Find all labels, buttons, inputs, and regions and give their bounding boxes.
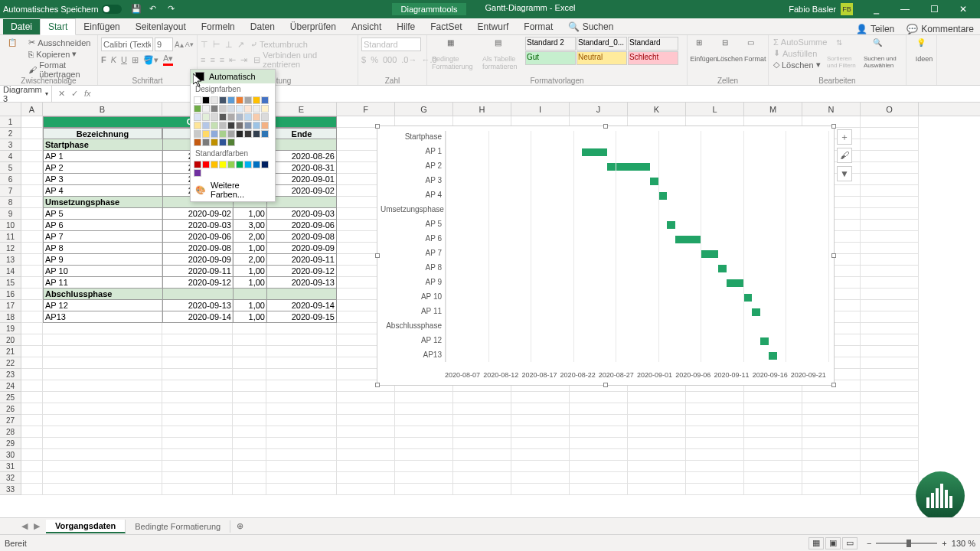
color-swatch[interactable] [253,113,260,121]
enter-formula-icon[interactable]: ✓ [71,89,78,99]
row-header[interactable]: 1 [0,116,21,128]
color-swatch[interactable] [244,113,252,121]
delete-cells-button[interactable]: ⊟Löschen [717,37,743,64]
gantt-bar[interactable] [760,337,769,345]
gantt-bar[interactable] [667,221,675,229]
row-header[interactable]: 5 [0,162,21,174]
gantt-bar[interactable] [701,250,717,258]
ideas-button[interactable]: 💡Ideen [910,37,939,64]
row-header[interactable]: 16 [0,289,21,300]
color-swatch[interactable] [236,161,243,168]
col-header[interactable]: J [570,103,628,116]
color-swatch[interactable] [219,96,227,104]
row-header[interactable]: 18 [0,311,21,323]
tab-formulas[interactable]: Formeln [194,19,243,34]
comments-button[interactable]: 💬 Kommentare [900,24,980,34]
color-swatch[interactable] [219,139,227,146]
row-header[interactable]: 9 [0,208,21,220]
gantt-bar[interactable] [743,294,752,302]
font-color-button[interactable]: A▾ [163,54,173,66]
tab-insert[interactable]: Einfügen [76,19,127,34]
cut-button[interactable]: ✂ Ausschneiden [27,37,94,48]
sort-filter-button[interactable]: ⇅Sortieren und Filtern [825,37,862,70]
color-swatch[interactable] [202,113,210,121]
zoom-slider[interactable] [876,543,937,544]
resize-handle[interactable] [831,124,836,129]
row-header[interactable]: 14 [0,266,21,277]
row-header[interactable]: 23 [0,369,21,380]
bold-button[interactable]: F [101,55,106,64]
col-header[interactable]: L [686,103,744,116]
color-swatch[interactable] [227,130,235,138]
row-header[interactable]: 3 [0,139,21,151]
sheet-tab-active[interactable]: Vorgangsdaten [46,520,126,533]
color-swatch[interactable] [261,130,269,138]
tab-factset[interactable]: FactSet [423,19,469,34]
color-swatch[interactable] [253,161,260,168]
color-swatch[interactable] [194,130,201,138]
gantt-bar[interactable] [727,279,743,287]
color-swatch[interactable] [227,161,235,168]
color-swatch[interactable] [211,113,218,121]
row-header[interactable]: 26 [0,403,21,415]
color-swatch[interactable] [202,96,210,104]
chart-filter-button[interactable]: ▼ [837,166,852,181]
color-swatch[interactable] [244,122,252,129]
color-swatch[interactable] [219,130,227,138]
color-swatch[interactable] [227,122,235,129]
copy-button[interactable]: ⎘ Kopieren ▾ [27,48,94,60]
increase-decimal-icon[interactable]: .0→ [401,55,416,64]
align-left-icon[interactable]: ≡ [201,55,205,64]
color-swatch[interactable] [194,169,201,177]
color-swatch[interactable] [202,161,210,168]
wrap-text-button[interactable]: ⤶ Textumbruch [249,39,309,51]
style-bad[interactable]: Schlecht [628,51,678,65]
maximize-button[interactable]: ☐ [920,0,948,18]
tab-data[interactable]: Daten [243,19,283,34]
orientation-icon[interactable]: ↗ [237,40,244,50]
fill-color-button[interactable]: 🪣▾ [143,55,158,65]
color-swatch[interactable] [194,96,201,104]
indent-decrease-icon[interactable]: ⇤ [229,55,236,65]
align-bottom-icon[interactable]: ⊥ [225,40,233,50]
decrease-font-icon[interactable]: A▾ [185,41,194,48]
chart-elements-button[interactable]: ＋ [837,129,852,145]
color-swatch[interactable] [236,122,243,129]
autosum-button[interactable]: Σ AutoSumme [772,37,825,47]
align-top-icon[interactable]: ⊤ [201,40,208,50]
color-swatch[interactable] [236,96,243,104]
col-header[interactable]: M [744,103,802,116]
tab-help[interactable]: Hilfe [389,19,423,34]
border-button[interactable]: ⊞ [132,55,139,65]
tab-start[interactable]: Start [40,18,76,35]
sheet-tab[interactable]: Bedingte Formatierung [126,520,230,533]
resize-handle[interactable] [375,253,380,258]
color-swatch[interactable] [253,96,260,104]
tab-file[interactable]: Datei [3,19,40,34]
zoom-out-button[interactable]: − [867,539,871,548]
color-swatch[interactable] [194,122,201,129]
row-header[interactable]: 27 [0,415,21,426]
color-swatch[interactable] [244,105,252,112]
color-swatch[interactable] [202,130,210,138]
row-header[interactable]: 33 [0,484,21,495]
name-box[interactable]: Diagramm 3▾ [0,85,52,103]
color-swatch[interactable] [202,105,210,112]
row-header[interactable]: 25 [0,392,21,403]
chart-plot-area[interactable] [445,131,826,362]
align-middle-icon[interactable]: ⊢ [213,40,220,50]
percent-icon[interactable]: % [371,55,378,64]
tab-view[interactable]: Ansicht [344,19,389,34]
italic-button[interactable]: K [111,55,116,64]
style-standard[interactable]: Standard [628,37,678,51]
align-right-icon[interactable]: ≡ [220,55,224,64]
gantt-bar[interactable] [658,192,667,200]
color-swatch[interactable] [253,130,260,138]
color-swatch[interactable] [227,105,235,112]
col-header[interactable]: B [43,103,162,116]
resize-handle[interactable] [831,383,836,387]
zoom-in-button[interactable]: + [942,539,946,548]
color-swatch[interactable] [244,130,252,138]
sheet-nav-next[interactable]: ▶ [34,521,40,531]
page-break-button[interactable]: ▭ [842,537,858,549]
